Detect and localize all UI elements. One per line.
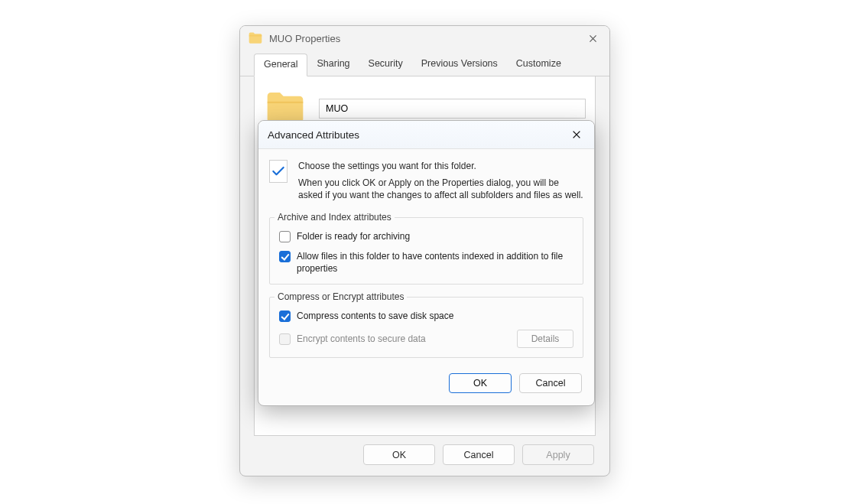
advanced-body: Choose the settings you want for this fo… [258, 149, 594, 405]
archive-legend: Archive and Index attributes [275, 212, 395, 223]
indexing-checkbox[interactable] [279, 251, 291, 262]
properties-cancel-button[interactable]: Cancel [443, 444, 515, 465]
properties-close-button[interactable] [585, 31, 600, 46]
advanced-titlebar: Advanced Attributes [258, 121, 594, 149]
folder-name-input[interactable] [319, 99, 586, 119]
properties-apply-button[interactable]: Apply [522, 444, 594, 465]
compress-checkbox[interactable] [279, 311, 291, 322]
compress-label: Compress contents to save disk space [297, 310, 453, 322]
advanced-intro: Choose the settings you want for this fo… [269, 160, 583, 206]
compress-group: Compress or Encrypt attributes Compress … [269, 297, 583, 358]
properties-title: MUO Properties [269, 33, 585, 44]
properties-ok-button[interactable]: OK [363, 444, 435, 465]
properties-tabs: General Sharing Security Previous Versio… [240, 54, 609, 76]
tab-general[interactable]: General [254, 54, 307, 76]
advanced-ok-button[interactable]: OK [449, 373, 512, 393]
tab-customize[interactable]: Customize [507, 54, 570, 76]
archiving-label: Folder is ready for archiving [297, 230, 410, 242]
advanced-intro-line1: Choose the settings you want for this fo… [298, 160, 583, 172]
properties-buttons: OK Cancel Apply [363, 444, 594, 465]
tab-security[interactable]: Security [359, 54, 412, 76]
compress-legend: Compress or Encrypt attributes [275, 291, 407, 302]
advanced-intro-text: Choose the settings you want for this fo… [298, 160, 583, 206]
advanced-intro-line2: When you click OK or Apply on the Proper… [298, 177, 583, 201]
checkmark-icon [269, 160, 288, 183]
archive-group: Archive and Index attributes Folder is r… [269, 217, 583, 285]
properties-titlebar: MUO Properties [240, 26, 609, 50]
folder-icon [248, 31, 263, 46]
indexing-label: Allow files in this folder to have conte… [297, 250, 573, 275]
advanced-attributes-dialog: Advanced Attributes Choose the settings … [258, 120, 595, 406]
advanced-title: Advanced Attributes [268, 129, 359, 141]
advanced-cancel-button[interactable]: Cancel [519, 373, 582, 393]
archiving-checkbox[interactable] [279, 231, 291, 242]
tab-previous-versions[interactable]: Previous Versions [412, 54, 507, 76]
tab-sharing[interactable]: Sharing [307, 54, 359, 76]
advanced-close-button[interactable] [570, 128, 583, 141]
details-button[interactable]: Details [517, 330, 573, 348]
encrypt-checkbox [279, 333, 291, 345]
advanced-buttons: OK Cancel [269, 370, 583, 395]
encrypt-label: Encrypt contents to secure data [297, 333, 426, 345]
